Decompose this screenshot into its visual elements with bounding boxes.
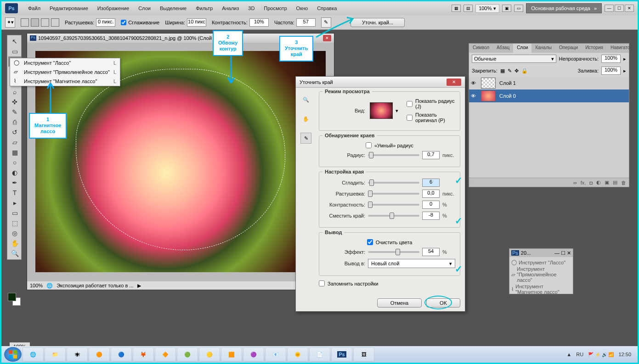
tab-navigator[interactable]: Навигато [607,44,633,53]
tab-history[interactable]: История [582,44,607,53]
menu-help[interactable]: Справка [312,6,341,11]
flyout-lasso[interactable]: ◯Инструмент "Лассо"L [10,58,120,67]
clone-stamp-tool-icon[interactable]: ⎙ [8,117,21,127]
flyout-poly-lasso[interactable]: ▱Инструмент "Прямолинейное лассо"L [10,67,120,77]
blend-mode-select[interactable]: Обычные▾ [472,55,556,63]
taskbar-explorer[interactable]: 📁 [45,347,66,361]
remember-settings-checkbox[interactable] [319,280,325,286]
eyedropper-tool-icon[interactable]: ⌕ [8,87,21,97]
taskbar-app10[interactable]: 📧 [265,347,286,361]
type-tool-icon[interactable]: T [8,188,21,198]
width-input[interactable]: 10 пикс [187,18,206,27]
start-button[interactable] [4,347,22,362]
dlg-feather-input[interactable]: 0,0 [422,190,440,198]
layer-name[interactable]: Слой 0 [499,93,516,99]
hand-tool-dialog-icon[interactable]: ✋ [300,113,311,124]
menu-file[interactable]: Файл [23,6,45,11]
language-indicator[interactable]: RU [576,352,583,357]
menu-analysis[interactable]: Анализ [217,6,243,11]
tool-preset-icon[interactable]: ✦▾ [5,17,15,28]
color-swatches[interactable] [8,293,21,306]
taskbar-photoshop[interactable]: Ps [331,347,352,361]
launch-minibridge-icon[interactable]: ▤ [464,5,473,12]
refine-radius-tool-icon[interactable]: ✎ [300,133,311,144]
refine-edge-button[interactable]: Уточн. край... [351,18,405,27]
eraser-tool-icon[interactable]: ▱ [8,137,21,147]
cancel-button[interactable]: Отмена [377,298,422,308]
feather-input[interactable]: 0 пикс. [96,18,115,27]
menu-select[interactable]: Выделение [155,6,191,11]
tray-icons[interactable]: 🚩 ⚡ 🔊 📶 [588,352,614,357]
taskbar-app1[interactable]: 🕷 [67,347,88,361]
taskbar-app7[interactable]: 🟡 [199,347,220,361]
menu-filter[interactable]: Фильтр [191,6,217,11]
fill-input[interactable]: 100% [601,67,621,75]
taskbar-app6[interactable]: 🟢 [177,347,198,361]
zoom-tool-dialog-icon[interactable]: 🔍 [300,94,311,105]
layer-mask-icon[interactable]: ◘ [589,180,593,185]
selection-new-icon[interactable] [21,18,29,27]
layer-group-icon[interactable]: ▣ [605,179,609,185]
smooth-slider[interactable] [368,182,419,184]
tab-channels[interactable]: Каналы [532,44,555,53]
opacity-arrow-icon[interactable]: ▸ [623,56,626,62]
dlg-contrast-input[interactable]: 0 [422,201,440,209]
taskbar-chrome[interactable]: 🌐 [23,347,44,361]
tab-actions[interactable]: Операци [555,44,582,53]
lock-all-icon[interactable]: 🔒 [521,68,528,74]
screen-mode-icon[interactable]: ▭ [514,5,523,12]
radius-input[interactable]: 0,7 [422,151,440,159]
menu-edit[interactable]: Редактирование [45,6,93,11]
lock-transparency-icon[interactable]: ▦ [500,68,505,74]
smart-radius-checkbox[interactable] [366,142,372,148]
adjustment-layer-icon[interactable]: ◐ [596,179,601,185]
menu-image[interactable]: Изображение [93,6,134,11]
taskbar-app5[interactable]: 🔶 [155,347,176,361]
amount-input[interactable]: 54 [422,248,440,256]
move-tool-icon[interactable]: ↖ [8,36,21,46]
healing-brush-tool-icon[interactable]: ✜ [8,97,21,107]
tab-paragraph[interactable]: Абзац [493,44,513,53]
ok-button[interactable]: OK [426,298,460,308]
marquee-tool-icon[interactable]: ▭ [8,46,21,56]
antialias-checkbox[interactable] [121,20,126,25]
status-arrow-icon[interactable]: ▶ [137,283,141,289]
close-icon[interactable]: ✕ [625,5,634,12]
delete-layer-icon[interactable]: 🗑 [621,180,626,185]
tray-show-hidden-icon[interactable]: ▲ [566,352,571,357]
radius-slider[interactable] [368,154,419,156]
view-thumbnail[interactable] [370,102,393,119]
menu-window[interactable]: Окно [292,6,313,11]
dlg-contrast-slider[interactable] [368,204,419,206]
dialog-close-icon[interactable]: ✕ [447,78,461,86]
view-thumb-dropdown-icon[interactable]: ▾ [396,108,398,114]
layer-style-icon[interactable]: fx. [581,180,586,185]
maximize-icon[interactable]: ☐ [615,5,624,12]
output-to-select[interactable]: Новый слой▾ [368,259,455,268]
amount-slider[interactable] [368,251,419,253]
layer-row[interactable]: 👁 Слой 0 [469,90,629,102]
selection-subtract-icon[interactable] [41,18,49,27]
taskbar-clock[interactable]: 12:50 [618,352,631,357]
zoom-level[interactable]: 100% ▾ [475,4,499,13]
dlg-feather-slider[interactable] [368,193,419,195]
mini-row[interactable]: ◯Инструмент "Лассо" [511,259,571,266]
minimize-icon[interactable]: — [605,5,614,12]
path-select-tool-icon[interactable]: ▸ [8,198,21,208]
tab-layers[interactable]: Слои [513,44,532,53]
doc-zoom[interactable]: 100% [30,283,43,288]
pen-tool-icon[interactable]: ✒ [8,178,21,188]
lock-pixels-icon[interactable]: ✎ [508,68,512,74]
visibility-icon[interactable]: 👁 [471,80,477,86]
foreground-color-swatch[interactable] [8,293,16,301]
show-radius-checkbox[interactable] [407,101,413,107]
menu-layer[interactable]: Слои [134,6,155,11]
launch-bridge-icon[interactable]: ▦ [452,5,461,12]
hand-tool-icon[interactable]: ✋ [8,238,21,248]
fill-arrow-icon[interactable]: ▸ [623,68,626,74]
taskbar-app11[interactable]: 🌞 [287,347,308,361]
gradient-tool-icon[interactable]: ▦ [8,147,21,157]
opacity-input[interactable]: 100% [601,55,621,63]
layer-row[interactable]: 👁 Слой 1 [469,77,629,90]
layer-thumbnail[interactable] [481,78,496,89]
